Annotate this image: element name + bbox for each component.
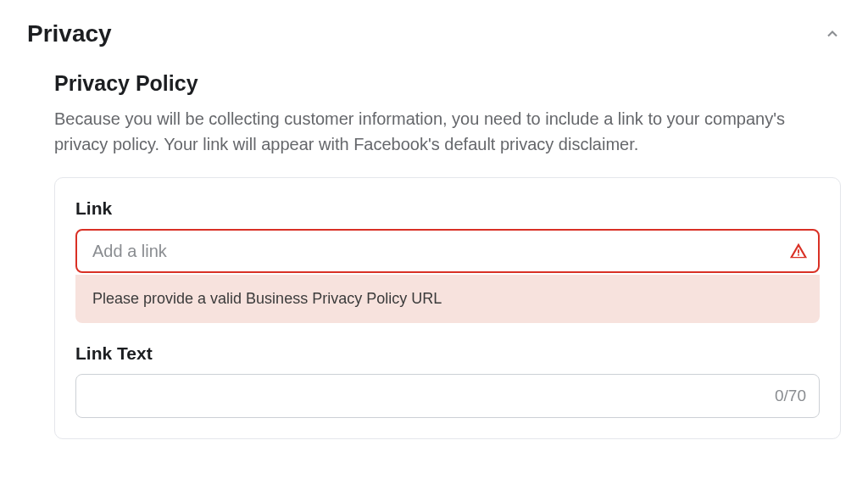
link-field-group: Link Please provide a valid Business Pri… — [75, 198, 820, 323]
link-text-input[interactable] — [75, 374, 820, 418]
warning-icon — [789, 242, 808, 260]
privacy-section-header[interactable]: Privacy — [27, 20, 841, 47]
link-text-field-label: Link Text — [75, 343, 820, 364]
link-text-input-wrapper: 0/70 — [75, 374, 820, 418]
link-error-message: Please provide a valid Business Privacy … — [75, 275, 820, 323]
chevron-up-icon — [824, 25, 841, 42]
privacy-policy-card: Link Please provide a valid Business Pri… — [54, 177, 841, 439]
link-input[interactable] — [75, 229, 820, 273]
link-text-field-group: Link Text 0/70 — [75, 343, 820, 418]
privacy-policy-description: Because you will be collecting customer … — [54, 106, 841, 157]
privacy-section-title: Privacy — [27, 20, 112, 47]
privacy-section-content: Privacy Policy Because you will be colle… — [27, 71, 841, 439]
privacy-policy-title: Privacy Policy — [54, 71, 841, 96]
link-input-wrapper — [75, 229, 820, 273]
link-text-char-count: 0/70 — [775, 387, 806, 405]
link-field-label: Link — [75, 198, 820, 219]
